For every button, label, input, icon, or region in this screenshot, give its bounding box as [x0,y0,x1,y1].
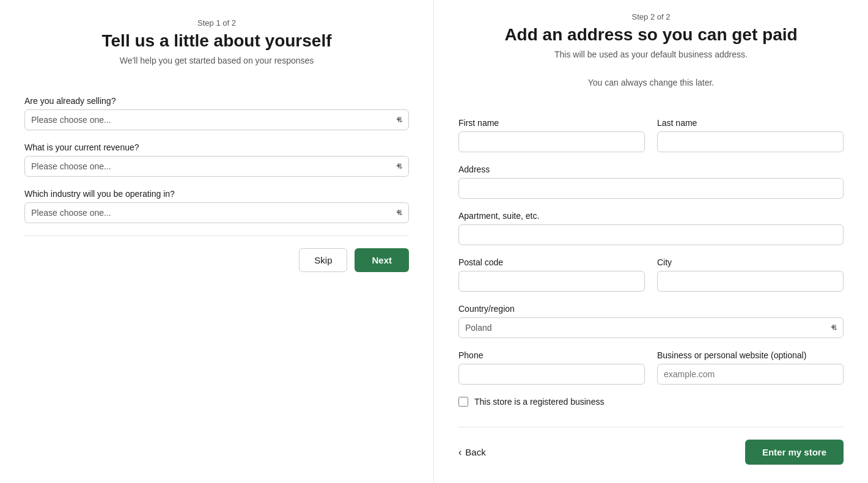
selling-group: Are you already selling? Please choose o… [24,96,409,130]
chevron-left-icon: ‹ [458,448,462,457]
right-step-label: Step 2 of 2 [458,12,844,21]
industry-select[interactable]: Please choose one... Fashion & Apparel E… [24,202,409,223]
country-select[interactable]: Poland United States United Kingdom Germ… [458,317,844,338]
last-name-input[interactable] [657,131,844,152]
phone-input[interactable] [458,364,645,385]
industry-select-wrapper: Please choose one... Fashion & Apparel E… [24,202,409,223]
left-form: Are you already selling? Please choose o… [24,96,409,272]
last-name-label: Last name [657,118,844,128]
right-form: First name Last name Address Apartment, … [458,118,844,421]
selling-select-wrapper: Please choose one... Yes No [24,109,409,130]
country-label: Country/region [458,304,844,314]
city-input[interactable] [657,271,844,292]
left-panel-title: Tell us a little about yourself [102,31,332,51]
left-divider [24,235,409,236]
revenue-label: What is your current revenue? [24,142,409,152]
postal-label: Postal code [458,257,645,267]
left-step-label: Step 1 of 2 [102,18,332,28]
apt-input[interactable] [458,224,844,245]
country-group: Country/region Poland United States Unit… [458,304,844,338]
left-button-row: Skip Next [24,248,409,272]
right-panel-subtitle-2: You can always change this later. [458,78,844,87]
phone-website-row: Phone Business or personal website (opti… [458,350,844,397]
postal-input[interactable] [458,271,645,292]
city-label: City [657,257,844,267]
registered-business-row: This store is a registered business [458,397,844,407]
last-name-group: Last name [657,118,844,152]
right-divider [458,427,844,427]
revenue-select[interactable]: Please choose one... $0 - $1,000/month $… [24,156,409,177]
address-group: Address [458,164,844,199]
apt-group: Apartment, suite, etc. [458,211,844,245]
right-panel: Step 2 of 2 Add an address so you can ge… [434,0,868,483]
first-name-group: First name [458,118,645,152]
phone-group: Phone [458,350,645,385]
selling-label: Are you already selling? [24,96,409,106]
skip-button[interactable]: Skip [299,248,347,272]
address-input[interactable] [458,178,844,199]
phone-label: Phone [458,350,645,360]
next-button[interactable]: Next [355,248,409,272]
website-input[interactable] [657,364,844,385]
revenue-group: What is your current revenue? Please cho… [24,142,409,177]
first-name-input[interactable] [458,131,645,152]
registered-business-label: This store is a registered business [474,397,604,407]
left-panel-subtitle: We'll help you get started based on your… [102,56,332,65]
right-bottom-row: ‹ Back Enter my store [458,440,844,465]
left-panel: Step 1 of 2 Tell us a little about yours… [0,0,434,483]
registered-business-checkbox[interactable] [458,397,468,407]
enter-store-button[interactable]: Enter my store [745,440,844,465]
postal-group: Postal code [458,257,645,292]
back-label: Back [465,447,485,457]
website-group: Business or personal website (optional) [657,350,844,385]
industry-label: Which industry will you be operating in? [24,189,409,199]
website-label: Business or personal website (optional) [657,350,844,360]
back-button[interactable]: ‹ Back [458,443,486,461]
apt-label: Apartment, suite, etc. [458,211,844,221]
first-name-label: First name [458,118,645,128]
city-group: City [657,257,844,292]
address-label: Address [458,164,844,174]
right-panel-title: Add an address so you can get paid [458,25,844,45]
right-panel-subtitle-1: This will be used as your default busine… [458,50,844,59]
postal-city-row: Postal code City [458,257,844,304]
name-row: First name Last name [458,118,844,164]
industry-group: Which industry will you be operating in?… [24,189,409,223]
selling-select[interactable]: Please choose one... Yes No [24,109,409,130]
revenue-select-wrapper: Please choose one... $0 - $1,000/month $… [24,156,409,177]
country-select-wrapper: Poland United States United Kingdom Germ… [458,317,844,338]
